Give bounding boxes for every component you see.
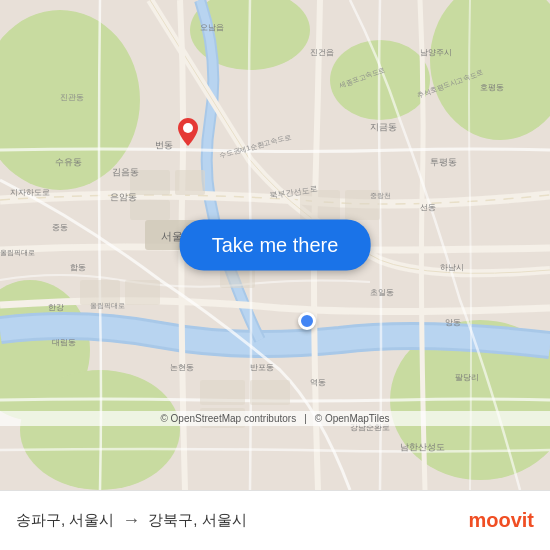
svg-text:중랑천: 중랑천	[370, 192, 391, 199]
svg-text:남양주시: 남양주시	[420, 48, 452, 57]
svg-text:하남시: 하남시	[440, 263, 464, 272]
bottom-bar: 송파구, 서울시 → 강북구, 서울시 moovit	[0, 490, 550, 550]
svg-text:번동: 번동	[155, 140, 173, 150]
svg-text:역동: 역동	[310, 378, 326, 387]
svg-rect-9	[175, 170, 205, 195]
svg-text:논현동: 논현동	[170, 363, 194, 372]
svg-text:선동: 선동	[420, 203, 436, 212]
route-destination: 강북구, 서울시	[148, 511, 246, 530]
route-origin: 송파구, 서울시	[16, 511, 114, 530]
svg-text:투평동: 투평동	[430, 157, 457, 167]
svg-text:오남읍: 오남읍	[200, 23, 224, 32]
svg-text:팔당리: 팔당리	[455, 373, 479, 382]
attribution-osm: © OpenStreetMap contributors	[160, 413, 296, 424]
svg-text:수유동: 수유동	[55, 157, 82, 167]
svg-text:합동: 합동	[70, 263, 86, 272]
svg-text:반포동: 반포동	[250, 363, 274, 372]
svg-rect-18	[200, 380, 245, 405]
route-arrow: →	[122, 510, 140, 531]
moovit-brand-text: moovit	[468, 509, 534, 532]
svg-point-56	[183, 123, 193, 133]
moovit-logo: moovit	[468, 509, 534, 532]
take-me-there-button[interactable]: Take me there	[180, 220, 371, 271]
map-attribution: © OpenStreetMap contributors | © OpenMap…	[0, 411, 550, 426]
destination-dot	[298, 312, 316, 330]
svg-text:지금동: 지금동	[370, 122, 397, 132]
origin-pin	[178, 118, 198, 146]
svg-text:중동: 중동	[52, 223, 68, 232]
svg-rect-10	[130, 200, 170, 220]
attribution-omt: © OpenMapTiles	[315, 413, 390, 424]
svg-text:진관동: 진관동	[60, 93, 84, 102]
svg-text:김음동: 김음동	[112, 167, 139, 177]
svg-rect-13	[220, 268, 255, 288]
svg-text:올림픽대로: 올림픽대로	[90, 302, 125, 310]
svg-text:앙동: 앙동	[445, 318, 461, 327]
map-container: 서울 북부간선도로 올림픽대로 중랑천 수유동 번동 김음동 은암동 중동 합동…	[0, 0, 550, 490]
svg-text:은암동: 은암동	[110, 192, 137, 202]
svg-text:올림픽대로: 올림픽대로	[0, 249, 35, 257]
svg-rect-17	[125, 280, 160, 305]
svg-rect-19	[250, 380, 290, 405]
svg-text:대림동: 대림동	[52, 338, 76, 347]
svg-text:남한산성도: 남한산성도	[400, 442, 445, 452]
svg-text:초일동: 초일동	[370, 288, 394, 297]
svg-text:한강: 한강	[48, 303, 64, 312]
attribution-sep: |	[304, 413, 307, 424]
svg-text:진건읍: 진건읍	[310, 48, 334, 57]
svg-text:호평동: 호평동	[480, 83, 504, 92]
svg-text:지자하도로: 지자하도로	[10, 188, 50, 197]
route-info: 송파구, 서울시 → 강북구, 서울시	[16, 510, 468, 531]
